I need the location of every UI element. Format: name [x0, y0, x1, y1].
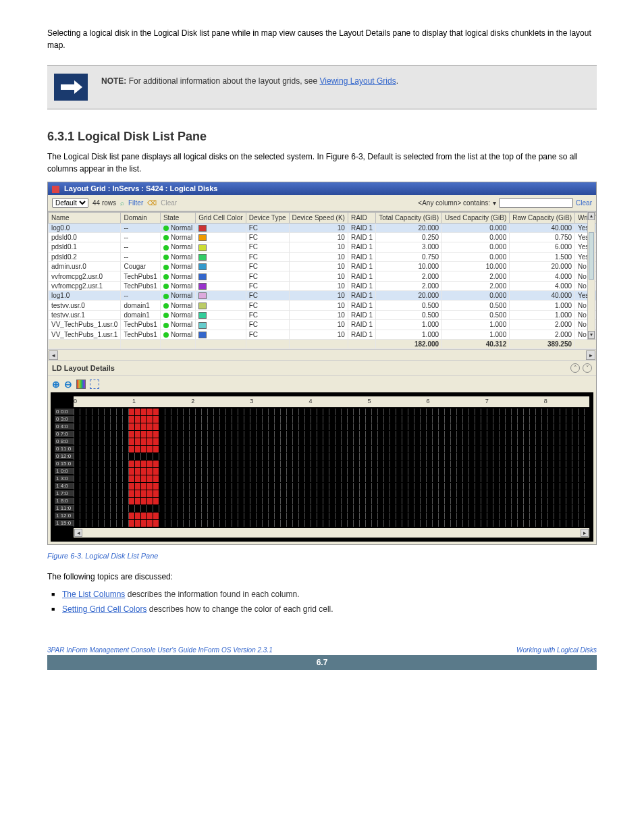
section-body: The Logical Disk list pane displays all …	[47, 151, 597, 175]
layout-row: 0 7:0	[55, 431, 589, 438]
column-header[interactable]: Total Capacity (GiB)	[376, 212, 442, 223]
note-arrow-icon	[54, 74, 88, 101]
search-input[interactable]	[499, 198, 573, 208]
table-row[interactable]: vvfromcpg2.usr.0TechPubs1NormalFC10RAID …	[49, 271, 597, 281]
grid-scroll[interactable]: NameDomainStateGrid Cell ColorDevice Typ…	[48, 211, 596, 349]
table-row[interactable]: VV_TechPubs_1.usr.0TechPubs1NormalFC10RA…	[49, 320, 597, 330]
collapse-up-icon[interactable]: ˄	[570, 363, 580, 373]
layout-row: 1 4:0	[55, 483, 589, 490]
layout-row: 0 4:0	[55, 423, 589, 430]
layout-row: 1 11:0	[55, 505, 589, 512]
bullet-link-2[interactable]: Setting Grid Cell Colors	[62, 604, 146, 614]
details-toolbar: ⊕ ⊖	[48, 376, 596, 392]
layout-row: 1 3:0	[55, 475, 589, 482]
footer-right: Working with Logical Disks	[516, 646, 597, 654]
post-list-text: The following topics are discussed:	[47, 571, 597, 583]
column-header[interactable]: RAID	[348, 212, 375, 223]
window-title-bar: Layout Grid : InServs : S424 : Logical D…	[48, 182, 596, 195]
list-item: Setting Grid Cell Colors describes how t…	[47, 604, 597, 614]
note-label: NOTE:	[101, 76, 126, 86]
clear-button-top[interactable]: Clear	[161, 199, 177, 207]
column-header[interactable]: Grid Cell Color	[196, 212, 246, 223]
logical-disk-table: NameDomainStateGrid Cell ColorDevice Typ…	[48, 212, 596, 349]
collapse-down-icon[interactable]: ˅	[583, 363, 592, 373]
horizontal-scrollbar[interactable]: ◂ ▸	[48, 349, 596, 360]
table-row[interactable]: admin.usr.0CougarNormalFC10RAID 110.0001…	[49, 262, 597, 271]
bullet-text-2: describes how to change the color of eac…	[146, 604, 333, 614]
layout-row: 1 15:0	[55, 520, 589, 527]
layout-horizontal-scrollbar[interactable]: ◂ ▸	[74, 528, 589, 538]
layout-row: 0 3:0	[55, 416, 589, 423]
details-title: LD Layout Details	[52, 364, 115, 372]
note-text-after: .	[396, 76, 398, 86]
clear-icon: ⌫	[147, 199, 157, 207]
app-icon	[52, 186, 59, 193]
window-title: Layout Grid : InServs : S424 : Logical D…	[64, 184, 217, 192]
table-row[interactable]: pdsld0.1--NormalFC10RAID 13.0000.0006.00…	[49, 242, 597, 252]
table-row[interactable]: pdsld0.2--NormalFC10RAID 10.7500.0001.50…	[49, 252, 597, 261]
page-number-bar: 6.7	[47, 655, 597, 670]
intro-text: Selecting a logical disk in the Logical …	[47, 27, 597, 51]
search-label: <Any column> contains:	[418, 199, 490, 207]
scroll-right-icon[interactable]: ▸	[586, 350, 595, 360]
column-header[interactable]: Name	[49, 212, 121, 223]
table-row[interactable]: testvv.usr.0domain1NormalFC10RAID 10.500…	[49, 301, 597, 310]
layout-row: 0 15:0	[55, 461, 589, 467]
filter-button[interactable]: Filter	[128, 199, 143, 207]
clear-button-right[interactable]: Clear	[576, 199, 592, 207]
layout-row: 0 12:0	[55, 453, 589, 460]
zoom-out-icon[interactable]: ⊖	[64, 379, 72, 390]
layout-ruler: 012345678	[74, 396, 589, 407]
layout-row: 1 0:0	[55, 468, 589, 475]
filter-icon: ⌕	[120, 199, 124, 207]
footer-left: 3PAR InForm Management Console User's Gu…	[47, 646, 273, 654]
scroll-thumb[interactable]	[589, 232, 594, 280]
table-row[interactable]: VV_TechPubs_1.usr.1TechPubs1NormalFC10RA…	[49, 330, 597, 339]
column-header[interactable]: Raw Capacity (GiB)	[510, 212, 575, 223]
scroll-down-icon[interactable]: ▾	[588, 331, 595, 339]
toolbar: Default 44 rows ⌕ Filter ⌫ Clear <Any co…	[48, 195, 596, 211]
figure-caption: Figure 6-3. Logical Disk List Pane	[47, 552, 597, 560]
table-row[interactable]: pdsld0.0--NormalFC10RAID 10.2500.0000.75…	[49, 232, 597, 242]
zoom-in-icon[interactable]: ⊕	[52, 379, 60, 390]
screenshot-window: Layout Grid : InServs : S424 : Logical D…	[47, 182, 597, 545]
details-header: LD Layout Details ˄ ˅	[48, 360, 596, 376]
view-select[interactable]: Default	[52, 198, 88, 208]
scroll-left-icon[interactable]: ◂	[49, 350, 58, 360]
table-row[interactable]: log1.0--NormalFC10RAID 120.0000.00040.00…	[49, 291, 597, 301]
chevron-down-icon[interactable]: ▾	[493, 199, 496, 207]
layout-map: 012345678 0 0:00 3:00 4:00 7:00 8:00 11:…	[51, 392, 593, 542]
layout-row: 1 7:0	[55, 490, 589, 497]
bullet-text-1: describes the information found in each …	[125, 590, 299, 599]
column-header[interactable]: Device Type	[246, 212, 289, 223]
column-header[interactable]: Device Speed (K)	[289, 212, 348, 223]
list-item: The List Columns describes the informati…	[47, 590, 597, 599]
column-header[interactable]: Domain	[121, 212, 160, 223]
section-heading: 6.3.1 Logical Disk List Pane	[47, 130, 597, 144]
vertical-scrollbar[interactable]: ▴ ▾	[587, 211, 595, 340]
table-row[interactable]: vvfromcpg2.usr.1TechPubs1NormalFC10RAID …	[49, 281, 597, 290]
layout-scroll-left-icon[interactable]: ◂	[74, 529, 82, 537]
layout-row: 1 8:0	[55, 498, 589, 504]
color-legend-icon[interactable]	[76, 380, 86, 389]
table-row[interactable]: log0.0--NormalFC10RAID 120.0000.00040.00…	[49, 223, 597, 232]
layout-row: 0 0:0	[55, 409, 589, 415]
layout-row: 1 12:0	[55, 513, 589, 519]
scroll-up-icon[interactable]: ▴	[588, 212, 595, 220]
column-header[interactable]: Used Capacity (GiB)	[442, 212, 510, 223]
row-count: 44 rows	[92, 199, 116, 207]
page-footer: 3PAR InForm Management Console User's Gu…	[47, 641, 597, 654]
expand-icon[interactable]	[90, 380, 99, 389]
note-link[interactable]: Viewing Layout Grids	[320, 76, 396, 86]
bullet-link-1[interactable]: The List Columns	[62, 590, 125, 599]
layout-scroll-right-icon[interactable]: ▸	[581, 529, 589, 537]
note-callout: NOTE: For additional information about t…	[47, 65, 597, 109]
table-row[interactable]: testvv.usr.1domain1NormalFC10RAID 10.500…	[49, 310, 597, 319]
note-text-before: For additional information about the lay…	[129, 76, 320, 86]
layout-row: 0 8:0	[55, 438, 589, 445]
column-header[interactable]: State	[160, 212, 195, 223]
layout-row: 0 11:0	[55, 446, 589, 452]
